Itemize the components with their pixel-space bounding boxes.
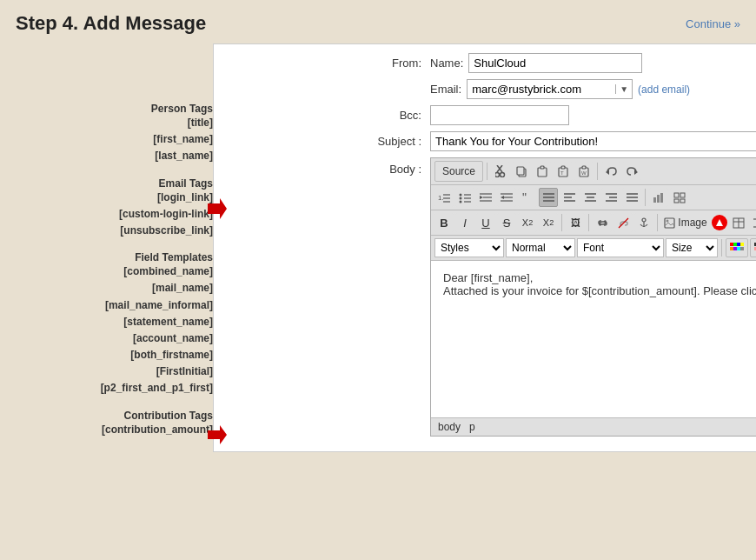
add-email-link[interactable]: (add email): [638, 83, 690, 96]
tb-align-center[interactable]: [580, 188, 600, 207]
editor-p-tag[interactable]: p: [469, 421, 475, 433]
tb-color-grid[interactable]: [726, 238, 748, 257]
field-template-account-name[interactable]: [account_name]: [9, 330, 213, 347]
tb-copy[interactable]: [512, 162, 531, 181]
contribution-tags-title: Contribution Tags: [9, 410, 213, 422]
tb-align-right[interactable]: [601, 188, 620, 207]
editor-body-tag[interactable]: body: [438, 421, 461, 433]
tb-redo[interactable]: [622, 162, 641, 181]
field-template-both-firstname[interactable]: [both_firstname]: [9, 347, 213, 363]
font-select[interactable]: Font: [577, 238, 664, 257]
svg-rect-81: [737, 247, 740, 250]
subject-input[interactable]: [430, 131, 756, 151]
svg-rect-11: [561, 166, 565, 169]
editor-line-2[interactable]: Attached is your invoice for $[contribut…: [443, 284, 756, 297]
size-select[interactable]: Size: [666, 238, 718, 257]
svg-marker-0: [208, 198, 227, 219]
svg-point-24: [460, 200, 462, 203]
toolbar-sep-4: [561, 214, 562, 231]
svg-point-5: [501, 173, 505, 177]
tb-underline[interactable]: U: [476, 213, 495, 232]
svg-marker-1: [208, 425, 227, 444]
tb-indent[interactable]: [497, 188, 516, 207]
tb-ordered-list[interactable]: 1.: [434, 188, 454, 207]
person-tag-first-name[interactable]: [first_name]: [9, 131, 213, 148]
tb-align-left[interactable]: [560, 188, 579, 207]
tb-paste-text[interactable]: T: [554, 162, 573, 181]
tb-blockquote[interactable]: ": [518, 188, 537, 207]
editor-footer: body p Words: 15: [431, 417, 756, 436]
email-tags-title: Email Tags: [9, 177, 213, 190]
tb-table[interactable]: [729, 213, 748, 232]
editor-body[interactable]: Dear [first_name], Attached is your invo…: [431, 261, 756, 417]
styles-select[interactable]: Styles: [434, 238, 504, 257]
email-select-wrap: marc@rustybrick.com ▼: [467, 79, 633, 99]
tb-color-grid2[interactable]: [750, 238, 756, 257]
tb-subscript[interactable]: X2: [518, 213, 537, 232]
svg-rect-58: [680, 199, 685, 203]
email-label: Email:: [430, 83, 461, 96]
toolbar-sep-1: [487, 163, 487, 180]
contribution-tag-amount[interactable]: [contribution_amount]: [9, 422, 213, 438]
tb-table-grid[interactable]: [670, 188, 689, 207]
tb-unordered-list[interactable]: [455, 188, 474, 207]
toolbar-row-2: 1. ": [431, 185, 756, 210]
email-tag-unsubscribe-link[interactable]: [unsubscribe_link]: [9, 223, 213, 239]
svg-rect-56: [680, 193, 685, 197]
editor-line-1[interactable]: Dear [first_name],: [443, 271, 756, 284]
person-tag-last-name[interactable]: [last_name]: [9, 148, 213, 164]
email-tag-login-link[interactable]: [login_link]: [9, 190, 213, 206]
svg-rect-75: [730, 243, 733, 246]
bcc-input[interactable]: [430, 105, 569, 125]
svg-text:": ": [522, 192, 527, 203]
source-button[interactable]: Source: [434, 161, 483, 182]
svg-text:1.: 1.: [438, 194, 444, 202]
tb-outdent[interactable]: [476, 188, 495, 207]
subject-label: Subject :: [226, 135, 430, 148]
editor-wrapper: Source T: [430, 157, 756, 437]
tb-link[interactable]: [593, 213, 612, 232]
person-tag-title[interactable]: [title]: [9, 115, 213, 131]
name-input[interactable]: [468, 53, 642, 73]
tb-unlink[interactable]: [613, 213, 633, 232]
svg-point-4: [495, 173, 500, 177]
tb-undo[interactable]: [601, 162, 620, 181]
field-template-statement-name[interactable]: [statement_name]: [9, 314, 213, 330]
tb-image2[interactable]: [712, 215, 727, 230]
tb-list-indent[interactable]: [750, 213, 756, 232]
tb-strikethrough[interactable]: S: [497, 213, 516, 232]
tb-paste-word[interactable]: W: [574, 162, 594, 181]
field-template-p2-first[interactable]: [p2_first_and_p1_first]: [9, 380, 213, 397]
normal-select[interactable]: Normal: [506, 238, 575, 257]
field-templates-title: Field Templates: [9, 251, 213, 263]
field-template-mail-name-informal[interactable]: [mail_name_informal]: [9, 297, 213, 314]
tb-image[interactable]: 🖼: [566, 213, 585, 232]
field-template-mail-name[interactable]: [mail_name]: [9, 280, 213, 297]
tb-paste[interactable]: [533, 162, 552, 181]
tb-bold[interactable]: B: [434, 213, 454, 232]
tb-align-justify[interactable]: [622, 188, 641, 207]
tb-chart[interactable]: [649, 188, 668, 207]
svg-point-23: [460, 197, 462, 199]
continue-link[interactable]: Continue »: [686, 17, 740, 30]
email-tag-custom-login-link[interactable]: [custom-login-link]: [9, 206, 213, 223]
tb-italic[interactable]: I: [455, 213, 474, 232]
email-tags-arrow: [208, 197, 227, 223]
page-title: Step 4. Add Message: [16, 12, 206, 35]
tb-cut[interactable]: [491, 162, 510, 181]
svg-rect-7: [517, 167, 524, 175]
svg-rect-80: [733, 247, 737, 250]
person-tags-title: Person Tags: [9, 103, 213, 115]
tb-anchor[interactable]: [634, 213, 653, 232]
svg-rect-62: [665, 218, 674, 228]
svg-rect-78: [740, 243, 744, 246]
body-label: Body :: [226, 157, 430, 176]
tb-align-active[interactable]: [539, 188, 558, 207]
svg-rect-9: [540, 166, 544, 169]
svg-rect-79: [730, 247, 733, 250]
field-template-combined-name[interactable]: [combined_name]: [9, 263, 213, 280]
field-template-firstinitial[interactable]: [FirstInitial]: [9, 363, 213, 380]
email-select[interactable]: marc@rustybrick.com: [468, 80, 615, 98]
tb-superscript[interactable]: X2: [539, 213, 558, 232]
email-dropdown-arrow[interactable]: ▼: [615, 84, 632, 94]
